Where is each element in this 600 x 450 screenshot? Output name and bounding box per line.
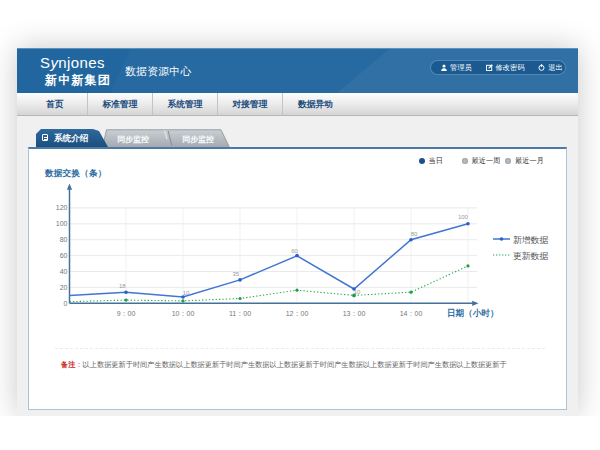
svg-text:10: 10 xyxy=(354,289,361,295)
svg-text:13：00: 13：00 xyxy=(343,310,366,317)
svg-text:100: 100 xyxy=(458,214,469,220)
svg-text:40: 40 xyxy=(60,268,68,275)
svg-text:120: 120 xyxy=(56,204,68,211)
svg-text:60: 60 xyxy=(60,252,68,259)
svg-text:12：00: 12：00 xyxy=(286,310,309,317)
svg-text:35: 35 xyxy=(232,271,239,277)
svg-text:18: 18 xyxy=(119,283,126,289)
svg-text:10：00: 10：00 xyxy=(172,310,195,317)
svg-text:11：00: 11：00 xyxy=(229,310,251,317)
svg-text:20: 20 xyxy=(60,284,68,291)
svg-text:80: 80 xyxy=(411,231,418,237)
svg-text:10: 10 xyxy=(183,290,190,296)
svg-text:60: 60 xyxy=(291,248,298,254)
svg-text:14：00: 14：00 xyxy=(400,310,423,317)
svg-text:9：00: 9：00 xyxy=(117,310,136,317)
svg-text:80: 80 xyxy=(60,236,68,243)
svg-text:0: 0 xyxy=(64,300,68,307)
svg-text:100: 100 xyxy=(56,220,68,227)
